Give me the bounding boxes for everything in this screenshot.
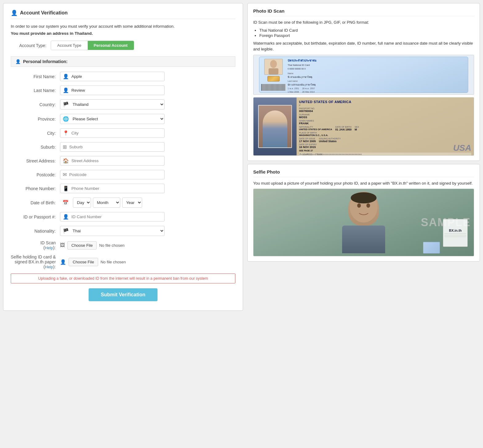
country-select[interactable]: Thailand United States United Kingdom Ot… (71, 100, 164, 109)
panel-header: 👤 Account Verification (11, 10, 235, 19)
photo-id-item-1: Thai National ID Card (259, 28, 474, 33)
photo-id-scan-box: Photo ID Scan ID Scan must be one of the… (247, 3, 480, 161)
country-input-wrap: 🏴 Thailand United States United Kingdom … (60, 99, 165, 110)
street-address-input-wrap: 🏠 (60, 156, 165, 166)
city-input[interactable] (71, 129, 164, 138)
passport-image: UNITED STATES OF AMERICA P Passport No. … (253, 97, 474, 156)
postcode-icon: ✉ (60, 172, 69, 178)
selfie-paper: BX.in.th (443, 219, 468, 247)
left-panel: 👤 Account Verification In order to use o… (3, 3, 243, 311)
street-address-input[interactable] (71, 156, 164, 165)
personal-account-btn[interactable]: Personal Account (88, 41, 134, 50)
selfie-label: Selfie holding ID card & signed BX.in.th… (11, 254, 60, 269)
passport-person-photo (258, 105, 292, 148)
submit-wrap: Submit Verification (11, 288, 235, 301)
passport-date-row: Date of Issue 17 NOV 2005 Issuing Author… (299, 138, 471, 143)
thai-card-name-value: นี เจาแองฉัน (ภาษาไทย) (288, 75, 466, 79)
right-panel: Photo ID Scan ID Scan must be one of the… (243, 3, 480, 311)
dob-year-select[interactable]: Year 200019901980 (122, 198, 142, 207)
selfie-help-link[interactable]: Help (45, 265, 53, 269)
dob-wrap: 📅 Day 123 Month JanuaryFebruaryMarch Ye (60, 198, 142, 208)
dob-label: Date of Birth: (11, 200, 60, 205)
thai-card-date1: 1 พ.ค. 2551 (288, 87, 299, 90)
id-scan-choose-file-btn[interactable]: Choose File (67, 241, 97, 250)
suburb-field: Suburb: ⊞ (11, 142, 235, 152)
selfie-field: Selfie holding ID card & signed BX.in.th… (11, 254, 235, 269)
passport-nationality: UNITED STATES OF AMERICA (299, 128, 332, 131)
nationality-field: Nationality: 🏴 Thai American British Oth… (11, 226, 235, 236)
account-type-default-btn[interactable]: Account Type (51, 41, 88, 50)
thai-card-photo (264, 59, 283, 75)
suburb-icon: ⊞ (60, 144, 69, 150)
id-scan-help-link[interactable]: Help (45, 246, 53, 250)
account-type-field-label: Account Type: (11, 43, 51, 48)
phone-number-input[interactable] (71, 184, 164, 193)
id-passport-label: ID or Passport #: (11, 214, 60, 219)
first-name-input-wrap: 👤 (60, 72, 165, 81)
thai-card-date3: 28 พ.ค. 2557 (302, 87, 315, 90)
person-figure (263, 110, 287, 147)
dob-month-select[interactable]: Month JanuaryFebruaryMarch (93, 198, 120, 207)
svg-rect-1 (269, 68, 278, 74)
thai-card-name-label: Name (288, 72, 293, 74)
photo-id-list: Thai National ID Card Foreign Passport (259, 28, 474, 38)
photo-id-item-2: Foreign Passport (259, 33, 474, 38)
passport-see-page-text: SEE PAGE 27 (299, 150, 471, 152)
passport-issue-date: 17 NOV 2005 (299, 140, 316, 143)
city-input-wrap: 📍 (60, 128, 165, 138)
dob-field: Date of Birth: 📅 Day 123 Month JanuaryFe… (11, 198, 235, 208)
svg-point-3 (357, 203, 361, 208)
svg-point-4 (366, 203, 370, 208)
photo-id-scan-title: Photo ID Scan (253, 8, 474, 16)
dob-icon: 📅 (60, 200, 71, 206)
id-passport-input[interactable] (71, 212, 164, 221)
selfie-body (342, 226, 385, 253)
passport-see-page: SEE PAGE 27 (299, 150, 471, 152)
last-name-field: Last Name: 👤 (11, 86, 235, 95)
svg-point-0 (270, 60, 277, 68)
passport-pob: WASHINGTON D.C., U.S.A. (299, 134, 471, 137)
id-passport-icon: 👤 (60, 214, 71, 220)
first-name-input[interactable] (71, 72, 164, 81)
passport-authority: United States (319, 140, 341, 143)
submit-verification-btn[interactable]: Submit Verification (89, 288, 158, 301)
photo-id-note: Watermarks are acceptable, but birthdate… (253, 40, 474, 52)
province-select[interactable]: Please Select Bangkok Chiang Mai (71, 114, 164, 124)
dob-day-select[interactable]: Day 123 (73, 198, 91, 207)
account-verification-icon: 👤 (11, 10, 18, 16)
country-field: Country: 🏴 Thailand United States United… (11, 99, 235, 110)
province-field: Province: 🌐 Please Select Bangkok Chiang… (11, 114, 235, 124)
province-icon: 🌐 (60, 116, 71, 122)
last-name-input[interactable] (71, 86, 164, 95)
nationality-select[interactable]: Thai American British Other (71, 226, 164, 236)
thai-card-chip (267, 76, 280, 82)
suburb-input-wrap: ⊞ (60, 142, 165, 152)
passport-given-label: Given Names (299, 120, 471, 122)
thai-card-date2: 1 May 2008 (288, 90, 299, 93)
last-name-icon: 👤 (60, 87, 71, 93)
thai-card-lastname-label: Last name (288, 80, 298, 82)
selfie-choose-file-btn[interactable]: Choose File (69, 258, 98, 266)
thai-id-card-visual: บัตรประจำตัวประชาชน Thai National ID Car… (259, 57, 468, 93)
passport-dob: 01 JAN 1950 (335, 128, 352, 131)
id-scan-label: ID Scan (Help): (11, 240, 60, 250)
usa-stamp: USA (453, 143, 471, 153)
passport-number-field: Passport No. 000780004 (299, 107, 471, 113)
suburb-input[interactable] (69, 142, 164, 151)
selfie-paper-line1 (445, 234, 466, 234)
selfie-photo-box: Selfie Photo You must upload a picture o… (247, 164, 480, 262)
thai-card-left (261, 59, 286, 91)
id-scan-file-icon: 🖼 (60, 242, 65, 248)
personal-info-label: Personal Information: (23, 59, 68, 64)
id-scan-no-file-text: No file chosen (99, 243, 124, 248)
passport-no-value: 000780004 (299, 110, 471, 113)
selfie-paper-line2 (445, 235, 466, 235)
city-field: City: 📍 (11, 128, 235, 138)
passport-surname-field: Surname MOSS (299, 114, 471, 119)
selfie-file-wrap: 👤 Choose File No file chosen (60, 258, 126, 266)
selfie-paper-bx-text: BX.in.th (449, 228, 462, 233)
selfie-file-icon: 👤 (60, 259, 66, 265)
selfie-head (348, 192, 379, 226)
id-scan-file-wrap: 🖼 Choose File No file chosen (60, 241, 125, 250)
postcode-input[interactable] (69, 170, 164, 179)
